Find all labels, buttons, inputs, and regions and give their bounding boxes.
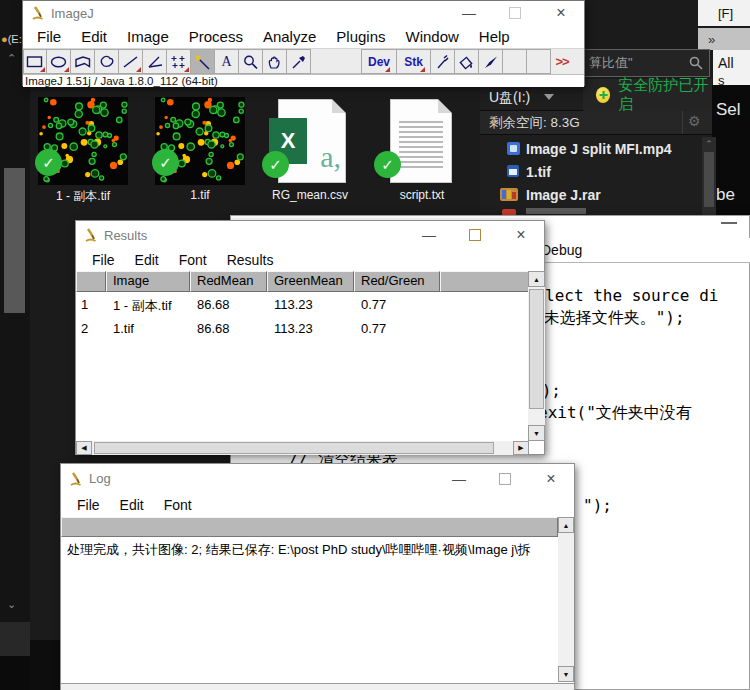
header-redgreen[interactable]: Red/Green (354, 271, 440, 292)
zoom-tool[interactable] (239, 49, 263, 74)
results-window[interactable]: Results — × File Edit Font Results Image… (75, 220, 545, 455)
csv-page-icon: X a, (278, 99, 346, 183)
log-window[interactable]: Log — × File Edit Font 处理完成，共计图像: 2; 结果已… (60, 463, 575, 690)
oval-tool[interactable] (47, 49, 71, 74)
maximize-button[interactable] (452, 221, 498, 249)
scroll-up-icon[interactable]: ⌃ (702, 139, 716, 149)
scrollbar-thumb[interactable] (94, 442, 494, 454)
all-button-label: All (718, 55, 750, 71)
maximize-button[interactable] (482, 464, 528, 493)
editor-minimize-icon[interactable] (721, 222, 737, 224)
unused-tool-2[interactable] (527, 49, 551, 74)
header-greenmean[interactable]: GreenMean (267, 271, 354, 292)
menu-window[interactable]: Window (396, 26, 469, 47)
scroll-down-icon[interactable]: ▼ (528, 425, 545, 441)
menu-help[interactable]: Help (469, 26, 520, 47)
stk-tool[interactable]: Stk (397, 49, 431, 74)
header-redmean[interactable]: RedMean (190, 271, 267, 292)
unused-tool-1[interactable] (503, 49, 527, 74)
search-icon[interactable] (689, 56, 703, 70)
log-vscrollbar[interactable]: ▲ ▼ (558, 517, 574, 682)
more-tools-button[interactable]: >> (551, 49, 573, 74)
dev-tool[interactable]: Dev (361, 49, 397, 74)
freehand-tool[interactable] (95, 49, 119, 74)
menu-edit[interactable]: Edit (125, 250, 169, 270)
menu-file[interactable]: File (27, 26, 71, 47)
window-title: ImageJ (51, 6, 94, 21)
menu-edit[interactable]: Edit (110, 495, 154, 515)
menu-image[interactable]: Image (117, 26, 179, 47)
results-hscrollbar[interactable]: ◀ ▶ (76, 441, 529, 455)
menu-file[interactable]: File (82, 250, 125, 270)
gear-icon[interactable]: ⚙ (688, 113, 701, 129)
line-tool[interactable] (119, 49, 143, 74)
text-tool[interactable]: A (215, 49, 239, 74)
polygon-tool[interactable] (71, 49, 95, 74)
cell-index: 1 (81, 297, 88, 312)
menu-font[interactable]: Font (154, 495, 202, 515)
log-titlebar[interactable]: Log — × (61, 464, 574, 493)
divider (682, 111, 683, 134)
search-box[interactable]: 算比值" (583, 49, 710, 77)
desktop-icon-tif[interactable]: ✓ 1.tif (140, 97, 260, 207)
point-tool[interactable] (167, 49, 191, 74)
scrollbar-thumb[interactable] (529, 289, 544, 409)
window-title: Log (89, 471, 111, 486)
imagej-titlebar[interactable]: ImageJ — × (23, 1, 584, 25)
minimize-button[interactable]: — (406, 221, 452, 249)
minimize-button[interactable]: — (446, 1, 492, 25)
menu-file[interactable]: File (67, 495, 110, 515)
desktop-icon-txt[interactable]: ✓ script.txt (362, 97, 482, 207)
rectangle-tool[interactable] (23, 49, 47, 74)
archive-file-icon (500, 188, 518, 201)
drive-dropdown-icon[interactable] (544, 94, 554, 100)
wand-tool[interactable] (191, 49, 215, 74)
table-row[interactable]: 1 1 - 副本.tif 86.68 113.23 0.77 (76, 292, 529, 316)
results-titlebar[interactable]: Results — × (76, 221, 544, 249)
menu-results[interactable]: Results (217, 250, 284, 270)
usb-file-row-mp4[interactable]: Image J split MFI.mp4 (480, 139, 700, 161)
header-blank[interactable] (440, 271, 529, 292)
header-image[interactable]: Image (106, 271, 190, 292)
table-row[interactable]: 2 1.tif 86.68 113.23 0.77 (76, 316, 529, 340)
usb-scrollbar[interactable]: ⌃ (702, 137, 716, 215)
menu-font[interactable]: Font (169, 250, 217, 270)
scroll-down-icon[interactable]: ▼ (558, 666, 574, 682)
usb-file-row-tif[interactable]: 1.tif (480, 162, 700, 184)
fill-tool[interactable] (455, 49, 479, 74)
log-menubar: File Edit Font (61, 493, 574, 517)
log-hscrollbar[interactable] (61, 683, 574, 690)
usb-file-row-partial[interactable] (480, 208, 700, 215)
scroll-up-icon[interactable]: ▲ (558, 517, 574, 533)
menu-edit[interactable]: Edit (71, 26, 117, 47)
close-button[interactable]: × (538, 1, 584, 25)
scrollbar-thumb[interactable] (704, 152, 714, 207)
sidebar-scrollbar-thumb[interactable] (4, 168, 25, 313)
search-input-value[interactable]: 算比值" (589, 54, 689, 72)
desktop-icon-tif-copy[interactable]: ✓ 1 - 副本.tif (23, 97, 143, 207)
scroll-up-icon[interactable]: ⌃ (7, 52, 16, 65)
scroll-left-icon[interactable]: ◀ (76, 441, 92, 455)
scroll-down-icon[interactable]: ⌄ (7, 598, 16, 611)
usb-file-row-rar[interactable]: Image J.rar (480, 185, 700, 207)
arrow-tool[interactable] (479, 49, 503, 74)
close-button[interactable]: × (498, 221, 544, 249)
menu-plugins[interactable]: Plugins (326, 26, 395, 47)
results-vscrollbar[interactable]: ▲ ▼ (528, 271, 545, 441)
desktop-icon-csv[interactable]: X a, ✓ RG_mean.csv (250, 97, 370, 207)
menu-analyze[interactable]: Analyze (253, 26, 326, 47)
status-bar: ImageJ 1.51j / Java 1.8.0_112 (64-bit) (23, 75, 584, 87)
brush-tool[interactable] (431, 49, 455, 74)
angle-tool[interactable] (143, 49, 167, 74)
scroll-up-icon[interactable]: ▲ (528, 271, 545, 287)
imagej-window[interactable]: ImageJ — × File Edit Image Process Analy… (22, 0, 585, 86)
minimize-button[interactable]: — (436, 464, 482, 493)
close-button[interactable]: × (528, 464, 574, 493)
scroll-right-icon[interactable]: ▶ (513, 441, 529, 455)
hand-tool[interactable] (263, 49, 287, 74)
maximize-button[interactable] (492, 1, 538, 25)
color-picker-tool[interactable] (287, 49, 311, 74)
header-index[interactable] (76, 271, 106, 292)
menu-process[interactable]: Process (179, 26, 253, 47)
cell-ratio: 0.77 (361, 297, 386, 312)
